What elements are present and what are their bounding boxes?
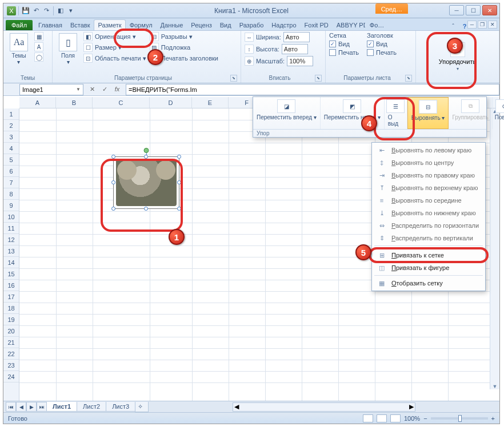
row-header[interactable]: 6 [3, 166, 19, 177]
page-break-view-button[interactable] [390, 414, 401, 422]
sheet-nav-last[interactable]: ⏭ [37, 402, 47, 412]
save-icon[interactable]: 💾 [21, 6, 30, 15]
row-header[interactable]: 17 [3, 291, 19, 303]
selection-pane-button[interactable]: ☰О выд [385, 97, 407, 129]
undo-icon[interactable]: ↶ [31, 6, 41, 15]
row-header[interactable]: 23 [3, 360, 19, 371]
embedded-image-object[interactable] [113, 156, 179, 209]
row-headers[interactable]: 123456789101112131415161718192021222324 [3, 108, 19, 401]
qat-extra-icon[interactable]: ◧ [56, 6, 65, 15]
horizontal-scrollbar[interactable]: ◀▶ [233, 402, 415, 412]
resize-handle-n[interactable] [144, 155, 148, 159]
mdi-restore-button[interactable]: ❐ [478, 21, 487, 29]
qat-dd-icon[interactable]: ▾ [66, 6, 75, 15]
breaks-button[interactable]: ⊟Разрывы ▾ [150, 32, 218, 41]
fit-launcher[interactable]: ⬊ [315, 75, 322, 82]
row-header[interactable]: 15 [3, 268, 19, 280]
redo-icon[interactable]: ↷ [42, 6, 51, 15]
row-header[interactable]: 12 [3, 234, 19, 245]
sheet-nav-prev[interactable]: ◀ [16, 402, 26, 412]
row-header[interactable]: 16 [3, 280, 19, 291]
print-area-button[interactable]: ⊡Область печати ▾ [83, 54, 146, 63]
row-header[interactable]: 14 [3, 257, 19, 268]
tab-insert[interactable]: Вставк [66, 19, 94, 30]
resize-handle-se[interactable] [177, 207, 181, 211]
row-header[interactable]: 11 [3, 223, 19, 234]
tab-addins[interactable]: Надстро [267, 19, 300, 30]
row-header[interactable]: 1 [3, 108, 19, 120]
normal-view-button[interactable] [363, 414, 373, 422]
grid-view-check[interactable]: ✓Вид [329, 41, 359, 47]
row-header[interactable]: 8 [3, 188, 19, 200]
theme-fonts-button[interactable]: A [34, 42, 43, 51]
enter-fx-icon[interactable]: ✓ [99, 86, 110, 93]
resize-handle-nw[interactable] [111, 155, 115, 159]
file-tab[interactable]: Файл [6, 20, 33, 30]
themes-button[interactable]: Aa Темы▾ [7, 32, 31, 66]
tab-review[interactable]: Реценз [187, 19, 215, 30]
contextual-tab[interactable]: Сред… [375, 3, 408, 14]
tab-data[interactable]: Данные [157, 19, 187, 30]
size-button[interactable]: ☐Размер ▾ [83, 43, 146, 52]
row-header[interactable]: 24 [3, 371, 19, 382]
theme-effects-button[interactable]: ◯ [34, 53, 43, 62]
sheet-tab-2[interactable]: Лист2 [77, 402, 106, 412]
align-menu-item[interactable]: ◫Привязать к фигуре [372, 261, 485, 274]
row-header[interactable]: 20 [3, 325, 19, 337]
row-header[interactable]: 22 [3, 348, 19, 360]
resize-handle-ne[interactable] [177, 155, 181, 159]
formula-input[interactable]: =ВНЕДРИТЬ("Forms.Im [126, 84, 499, 95]
scale-input[interactable] [287, 56, 313, 66]
resize-handle-e[interactable] [177, 180, 181, 184]
minimize-ribbon-icon[interactable]: ˆ [449, 22, 457, 30]
group-button[interactable]: ⧉Группировать [449, 97, 492, 129]
rotate-button[interactable]: ⟳Поверн [493, 97, 504, 129]
cancel-fx-icon[interactable]: ✕ [87, 86, 97, 93]
row-header[interactable]: 5 [3, 154, 19, 166]
align-menu-item[interactable]: ▦Отобразить сетку [372, 277, 485, 289]
sheet-opts-launcher[interactable]: ⬊ [405, 75, 412, 82]
grid-print-check[interactable]: Печать [329, 49, 359, 56]
row-header[interactable]: 4 [3, 143, 19, 154]
minimize-button[interactable]: ─ [449, 5, 464, 15]
fx-icon[interactable]: fx [112, 86, 122, 93]
tab-abbyy[interactable]: ABBYY PD [333, 19, 366, 30]
height-input[interactable] [282, 44, 308, 54]
row-header[interactable]: 13 [3, 245, 19, 257]
sheet-nav-next[interactable]: ▶ [26, 402, 37, 412]
vertical-scrollbar[interactable]: ▲▼ [490, 108, 499, 389]
mdi-close-button[interactable]: ✕ [488, 21, 497, 29]
tab-page-layout[interactable]: Разметк [94, 19, 125, 30]
zoom-out-button[interactable]: − [423, 415, 427, 422]
close-button[interactable]: ✕ [482, 5, 497, 15]
resize-handle-sw[interactable] [111, 207, 115, 211]
bring-forward-button[interactable]: ◪Переместить вперед ▾ [253, 97, 321, 129]
align-button[interactable]: ⊟Выровнять ▾ [407, 97, 449, 129]
row-header[interactable]: 3 [3, 131, 19, 143]
headings-view-check[interactable]: ✓Вид [367, 41, 397, 47]
row-header[interactable]: 9 [3, 200, 19, 211]
page-layout-view-button[interactable] [377, 414, 387, 422]
row-header[interactable]: 19 [3, 314, 19, 325]
row-header[interactable]: 10 [3, 211, 19, 223]
tab-home[interactable]: Главная [34, 19, 66, 30]
margins-button[interactable]: ▯ Поля▾ [56, 32, 80, 66]
sheet-tab-3[interactable]: Лист3 [106, 402, 135, 412]
sheet-tab-1[interactable]: Лист1 [46, 402, 77, 412]
tab-developer[interactable]: Разрабо [235, 19, 268, 30]
tab-format[interactable]: Фо… [366, 19, 388, 30]
row-header[interactable]: 2 [3, 120, 19, 131]
zoom-slider[interactable] [431, 417, 488, 420]
orientation-button[interactable]: ◧Ориентация ▾ [83, 32, 146, 41]
row-header[interactable]: 7 [3, 177, 19, 188]
row-header[interactable]: 18 [3, 303, 19, 314]
mdi-minimize-button[interactable]: ─ [467, 21, 477, 29]
align-menu-item[interactable]: ⊞Привязать к сетке [372, 249, 485, 261]
resize-handle-w[interactable] [111, 180, 115, 184]
width-input[interactable] [283, 32, 310, 42]
new-sheet-button[interactable]: ✧ [135, 402, 149, 412]
tab-formulas[interactable]: Формул [126, 19, 157, 30]
headings-print-check[interactable]: Печать [367, 49, 397, 56]
tab-foxit[interactable]: Foxit PD [301, 19, 333, 30]
rotate-handle[interactable] [144, 148, 149, 153]
